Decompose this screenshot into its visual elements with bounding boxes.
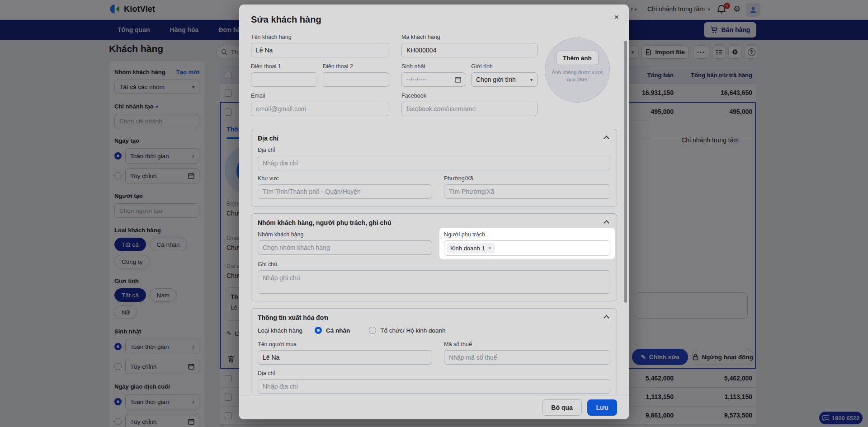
tax-code-input[interactable]	[444, 350, 610, 365]
modal-title: Sửa khách hàng	[239, 5, 629, 29]
customer-name-input[interactable]	[251, 43, 389, 57]
group-section-title: Nhóm khách hàng, người phụ trách, ghi ch…	[258, 219, 391, 226]
calendar-icon	[455, 76, 461, 83]
type-personal-radio[interactable]	[315, 327, 322, 334]
chevron-up-icon[interactable]	[604, 136, 609, 141]
buyer-name-label: Tên người mua	[258, 341, 432, 347]
address-label: Địa chỉ	[258, 147, 610, 153]
skip-button[interactable]: Bỏ qua	[542, 399, 582, 416]
edit-customer-modal: Sửa khách hàng × Tên khách hàng Mã khách…	[239, 5, 629, 419]
name-label: Tên khách hàng	[251, 34, 389, 40]
invoice-address-input[interactable]	[258, 379, 610, 394]
manager-input[interactable]: Kinh doanh 1 ×	[444, 240, 610, 256]
birthday-label: Sinh nhật	[401, 63, 465, 70]
email-input[interactable]	[251, 102, 389, 116]
ward-label: Phường/Xã	[444, 175, 610, 182]
customer-code-input[interactable]	[401, 43, 538, 57]
save-button[interactable]: Lưu	[587, 399, 617, 416]
close-icon[interactable]: ×	[614, 13, 619, 21]
invoice-section-title: Thông tin xuất hóa đơn	[258, 314, 328, 321]
phone1-input[interactable]	[251, 72, 317, 87]
avatar-upload-area[interactable]: Thêm ảnh Ảnh không được vượt quá 2MB	[545, 38, 610, 103]
manager-spotlight: Người phụ trách Kinh doanh 1 ×	[439, 228, 615, 259]
buyer-name-input[interactable]	[258, 350, 432, 365]
invoice-type-label: Loại khách hàng	[258, 327, 302, 334]
tax-code-label: Mã số thuế	[444, 341, 610, 347]
customer-group-input[interactable]	[258, 240, 432, 255]
chevron-up-icon[interactable]	[604, 315, 609, 321]
chevron-down-icon: ▾	[530, 77, 533, 82]
address-input[interactable]	[258, 156, 610, 170]
modal-footer: Bỏ qua Lưu	[239, 395, 629, 419]
facebook-label: Facebook	[401, 93, 538, 99]
chevron-up-icon[interactable]	[604, 220, 609, 226]
note-textarea[interactable]	[258, 270, 610, 294]
app-window: KiotViet t ▾ Chi nhánh trung tâm ▾ 1 ⚙	[0, 0, 868, 427]
modal-scrollbar[interactable]	[624, 41, 627, 303]
area-input[interactable]	[258, 184, 432, 199]
phone2-label: Điện thoại 2	[323, 63, 389, 70]
invoice-section: Thông tin xuất hóa đơn Loại khách hàng C…	[251, 308, 617, 401]
type-personal-label[interactable]: Cá nhân	[326, 327, 350, 334]
group-section: Nhóm khách hàng, người phụ trách, ghi ch…	[251, 213, 617, 301]
type-org-label[interactable]: Tổ chức/ Hộ kinh doanh	[380, 327, 445, 334]
invoice-address-label: Địa chỉ	[258, 370, 610, 376]
customer-group-label: Nhóm khách hàng	[258, 231, 432, 238]
address-section: Địa chỉ Địa chỉ Khu vực Phường/Xã	[251, 129, 617, 206]
note-label: Ghi chú	[258, 261, 610, 267]
facebook-input[interactable]	[401, 102, 538, 116]
add-photo-button[interactable]: Thêm ảnh	[556, 51, 599, 65]
phone1-label: Điện thoại 1	[251, 63, 317, 70]
remove-tag-icon[interactable]: ×	[488, 245, 491, 251]
manager-label: Người phụ trách	[444, 231, 610, 238]
ward-input[interactable]	[444, 184, 610, 199]
email-label: Email	[251, 93, 389, 99]
area-label: Khu vực	[258, 175, 432, 182]
type-org-radio[interactable]	[369, 327, 376, 334]
gender-select[interactable]: Chọn giới tính ▾	[471, 72, 538, 87]
code-label: Mã khách hàng	[401, 34, 538, 40]
gender-label: Giới tính	[471, 63, 538, 70]
phone2-input[interactable]	[323, 72, 389, 87]
address-section-title: Địa chỉ	[258, 135, 278, 142]
avatar-note: Ảnh không được vượt quá 2MB	[548, 69, 606, 83]
manager-tag: Kinh doanh 1 ×	[447, 243, 495, 253]
